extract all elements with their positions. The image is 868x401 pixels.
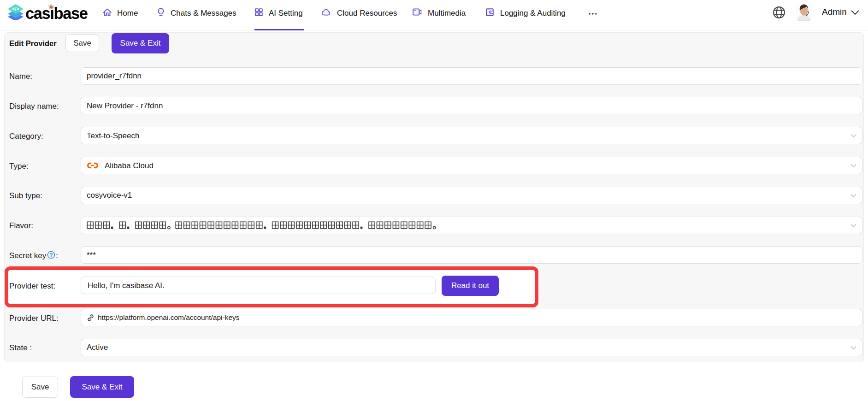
svg-text:?: ? (50, 252, 53, 258)
